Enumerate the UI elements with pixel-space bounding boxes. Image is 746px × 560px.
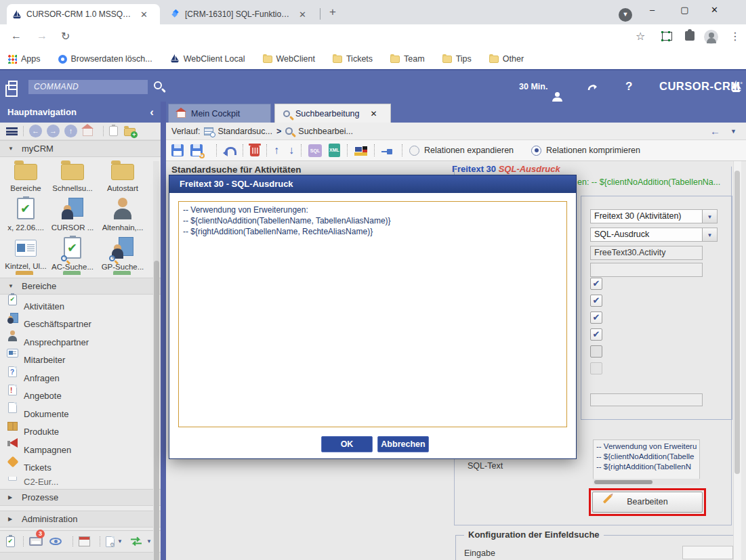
download-status-icon[interactable]: ▼ (619, 8, 632, 22)
new-folder-icon[interactable] (124, 128, 136, 136)
bookmark-tips[interactable]: Tips (442, 54, 472, 64)
main-scrollbar-thumb[interactable] (734, 171, 740, 474)
extensions-puzzle-icon[interactable] (685, 31, 695, 41)
chevron-down-icon[interactable]: ▼ (146, 538, 152, 544)
sidebar-splitter[interactable] (161, 102, 166, 560)
menu-icon[interactable] (6, 127, 18, 135)
watch-eye-icon[interactable] (49, 537, 63, 546)
user-icon[interactable] (552, 92, 562, 102)
profile-avatar[interactable] (704, 30, 718, 44)
browser-menu-icon[interactable]: ⋮ (730, 30, 741, 43)
move-up-icon[interactable]: ↑ (274, 145, 279, 156)
pin-icon[interactable] (381, 149, 395, 154)
section-prozesse[interactable]: ▶Prozesse (0, 489, 161, 506)
bookmark-star-icon[interactable]: ☆ (636, 30, 645, 43)
option-checkbox-3[interactable]: ✔ (590, 311, 602, 324)
tab-mein-cockpit[interactable]: Mein Cockpit (168, 104, 271, 123)
window-maximize-button[interactable]: ▢ (669, 0, 700, 22)
delete-icon[interactable] (250, 146, 260, 156)
mycrm-item-x-22-06-[interactable]: x, 22.06.... (2, 198, 49, 232)
edit-clipboard-icon[interactable] (6, 536, 15, 547)
new-tab-button[interactable]: + (329, 5, 336, 19)
bookmark-apps[interactable]: Apps (8, 54, 41, 64)
sync-icon[interactable] (129, 536, 143, 546)
radio-relationen-komprimieren[interactable] (531, 146, 541, 156)
eingabe-input[interactable] (682, 546, 733, 559)
window-switch-icon[interactable] (8, 81, 18, 90)
mycrm-item-kintzel-ul-[interactable]: Kintzel, Ul... (2, 237, 49, 270)
preview-hscrollbar-track[interactable] (593, 479, 700, 485)
empty-field[interactable] (590, 393, 703, 406)
save-icon[interactable] (171, 144, 184, 156)
capture-extension-icon[interactable] (662, 32, 672, 41)
home-icon[interactable] (83, 128, 93, 136)
option-checkbox-2[interactable]: ✔ (590, 295, 602, 307)
inbox-icon[interactable]: 3 (29, 535, 43, 548)
bookmark-webclient-local[interactable]: WebClient Local (170, 53, 245, 65)
tab-close-icon[interactable]: ✕ (371, 109, 377, 119)
option-checkbox-1[interactable]: ✔ (590, 278, 602, 290)
move-down-icon[interactable]: ↓ (289, 145, 294, 156)
type-dropdown[interactable]: SQL-Ausdruck▼ (590, 228, 718, 242)
xml-icon[interactable]: XML (329, 144, 340, 157)
radio-label[interactable]: Relationen komprimieren (546, 146, 640, 155)
sidebar-item-dokumente[interactable]: Dokumente (0, 405, 152, 423)
back-icon[interactable]: ← (11, 30, 22, 42)
verlauf-crumb-2[interactable]: Suchbearbei... (298, 127, 353, 136)
redo-icon[interactable] (587, 82, 598, 93)
chevron-down-icon[interactable]: ▼ (702, 228, 717, 242)
radio-relationen-expandieren[interactable] (409, 146, 419, 156)
mycrm-item-ac-suche-[interactable]: AC-Suche... (49, 237, 96, 271)
chevron-down-icon[interactable]: ▼ (702, 210, 717, 223)
sidebar-item-angebote[interactable]: !Angebote (0, 387, 152, 405)
chevron-down-icon[interactable]: ▼ (730, 128, 737, 135)
bookmark-browserdaten-l-sch-[interactable]: Browserdaten lösch... (58, 54, 152, 64)
sql-editor-textarea[interactable]: -- Verwendung von Erweiterungen: -- ${cl… (178, 201, 567, 427)
bookmark-team[interactable]: Team (390, 54, 425, 64)
mycrm-item-gp-suche-[interactable]: GP-Suche... (99, 237, 146, 271)
option-checkbox-6[interactable] (590, 362, 602, 374)
command-input[interactable]: COMMAND (28, 80, 148, 94)
sidebar-scrollbar-thumb[interactable] (154, 261, 159, 560)
option-checkbox-5[interactable] (590, 345, 602, 358)
browser-tab-crm[interactable]: CURSOR-CRM 1.0 MSSQL genera ✕ (7, 4, 160, 24)
mycrm-item-altenhain-[interactable]: Altenhain,... (99, 198, 146, 232)
nav-forward-icon[interactable]: → (47, 125, 60, 137)
option-checkbox-4[interactable]: ✔ (590, 328, 602, 341)
tab-close-icon[interactable]: ✕ (140, 9, 148, 20)
sidebar-item-aktivit-ten[interactable]: Aktivitäten (0, 297, 152, 315)
chevron-down-icon[interactable]: ▼ (117, 538, 123, 544)
tab-close-icon[interactable]: ✕ (299, 9, 306, 20)
mycrm-item-autostart[interactable]: Autostart (99, 158, 146, 192)
command-search-icon[interactable] (154, 81, 162, 89)
sidebar-item-ansprechpartner[interactable]: Ansprechpartner (0, 333, 152, 351)
sidebar-item-produkte[interactable]: Produkte (0, 423, 152, 441)
mycrm-item-cursor-[interactable]: CURSOR ... (49, 198, 96, 232)
browser-tab-jira[interactable]: [CRM-16310] SQL-Funktionen in ✕ (165, 4, 317, 24)
copy-icon[interactable] (109, 126, 118, 136)
section-administration[interactable]: ▶Administration (0, 511, 161, 527)
dialog-title[interactable]: Freitext 30 - SQL-Ausdruck (169, 175, 576, 193)
section-bereiche[interactable]: ▼Bereiche (0, 278, 161, 295)
preview-hscrollbar-thumb[interactable] (594, 480, 652, 484)
window-minimize-button[interactable]: – (637, 0, 667, 22)
tab-suchbearbeitung[interactable]: Suchbearbeitung ✕ (274, 104, 391, 123)
sidebar-item-c2-eur-[interactable]: C2-Eur... (0, 477, 152, 486)
sidebar-item-gesch-ftspartner[interactable]: Geschäftspartner (0, 316, 152, 333)
save-search-icon[interactable] (190, 144, 203, 156)
undo-icon[interactable] (224, 146, 236, 155)
ok-button[interactable]: OK (321, 436, 373, 452)
bookmark-other[interactable]: Other (489, 54, 524, 64)
section-mycrm[interactable]: ▼myCRM (0, 140, 161, 157)
sidebar-collapse-icon[interactable]: ‹ (150, 102, 154, 123)
window-close-button[interactable]: ✕ (699, 0, 730, 22)
sql-text-preview[interactable]: -- Verwendung von Erweiteru -- ${clientN… (593, 439, 700, 485)
bookmark-tickets[interactable]: Tickets (333, 54, 373, 64)
language-flag-icon[interactable] (354, 146, 367, 156)
mycrm-item-schnellsu-[interactable]: Schnellsu... (49, 158, 96, 192)
sql-icon[interactable]: SQL (308, 144, 322, 157)
forward-icon[interactable]: → (37, 30, 47, 42)
fieldname-dropdown[interactable]: Freitext 30 (Aktivitäten)▼ (590, 209, 718, 223)
sidebar-item-tickets[interactable]: Tickets (0, 459, 152, 477)
nav-back-icon[interactable]: ← (29, 125, 42, 137)
